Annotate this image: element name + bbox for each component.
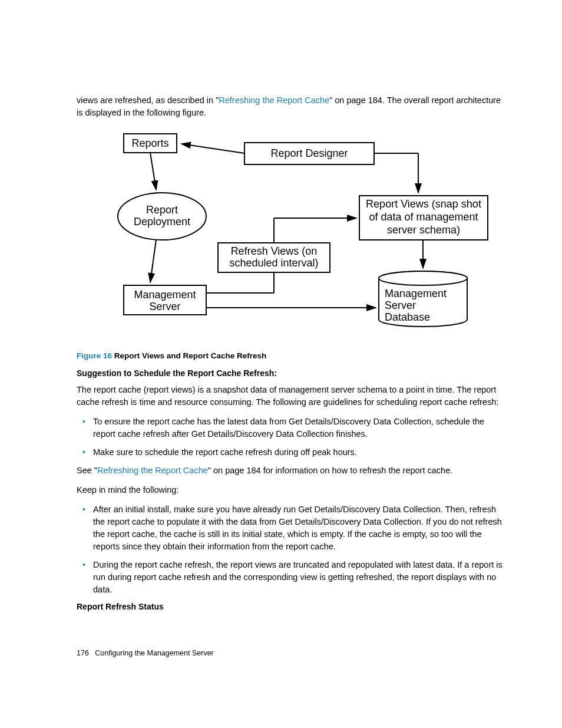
see-paragraph: See "Refreshing the Report Cache" on pag… (77, 465, 509, 477)
list-item: Make sure to schedule the report cache r… (77, 446, 509, 459)
figure-title: Report Views and Report Cache Refresh (112, 351, 266, 360)
architecture-diagram: Reports Report Designer Report Deploymen… (100, 131, 509, 334)
page-footer: 176 Configuring the Management Server (77, 649, 214, 657)
diagram-report-designer-label: Report Designer (270, 147, 348, 159)
svg-point-7 (379, 271, 467, 285)
diagram-refresh-views-l1: Refresh Views (on (231, 245, 318, 257)
diagram-mgmt-server-l2: Server (149, 301, 180, 312)
list-item: During the report cache refresh, the rep… (77, 559, 509, 596)
para-keep-in-mind: Keep in mind the following: (77, 484, 509, 496)
report-refresh-status-heading: Report Refresh Status (77, 602, 509, 611)
guidelines-list: To ensure the report cache has the lates… (77, 416, 509, 459)
page-number: 176 (77, 649, 89, 657)
para-cache-intro: The report cache (report views) is a sna… (77, 384, 509, 409)
diagram-reports-label: Reports (131, 137, 168, 149)
diagram-mgmt-server-l1: Management (134, 289, 196, 301)
diagram-report-deployment-l1: Report (146, 204, 178, 216)
diagram-mgmt-db-l3: Database (385, 311, 430, 323)
svg-line-8 (181, 144, 244, 153)
list-item: After an initial install, make sure you … (77, 503, 509, 553)
diagram-mgmt-db-l1: Management (385, 288, 447, 299)
diagram-refresh-views-l2: scheduled interval) (229, 257, 318, 269)
footer-title: Configuring the Management Server (95, 649, 214, 657)
diagram-report-deployment-l2: Deployment (134, 216, 190, 228)
intro-pre: views are refreshed, as described in " (77, 95, 219, 105)
diagram-report-views-l2: of data of management (369, 211, 478, 223)
see-post: " on page 184 for information on how to … (208, 466, 452, 475)
intro-paragraph: views are refreshed, as described in "Re… (77, 94, 509, 119)
diagram-mgmt-db-l2: Server (385, 299, 416, 311)
diagram-report-views-l3: server schema) (387, 224, 460, 236)
svg-line-9 (150, 153, 156, 190)
figure-number: Figure 16 (77, 351, 112, 360)
see-link[interactable]: Refreshing the Report Cache (97, 466, 208, 475)
suggestion-heading: Suggestion to Schedule the Report Cache … (77, 368, 509, 378)
see-pre: See " (77, 466, 97, 475)
svg-line-12 (150, 240, 156, 282)
list-item: To ensure the report cache has the lates… (77, 416, 509, 440)
keep-in-mind-list: After an initial install, make sure you … (77, 503, 509, 596)
intro-link[interactable]: Refreshing the Report Cache (219, 95, 329, 105)
diagram-report-views-l1: Report Views (snap shot (366, 198, 481, 210)
figure-caption: Figure 16 Report Views and Report Cache … (77, 351, 509, 360)
